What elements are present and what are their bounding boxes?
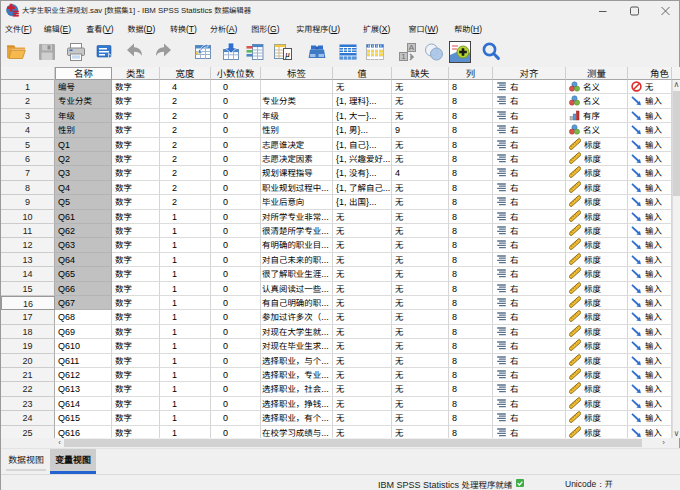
svg-text:µ: µ bbox=[285, 49, 290, 59]
svg-text:A: A bbox=[409, 43, 415, 52]
svg-text:1: 1 bbox=[401, 52, 406, 61]
